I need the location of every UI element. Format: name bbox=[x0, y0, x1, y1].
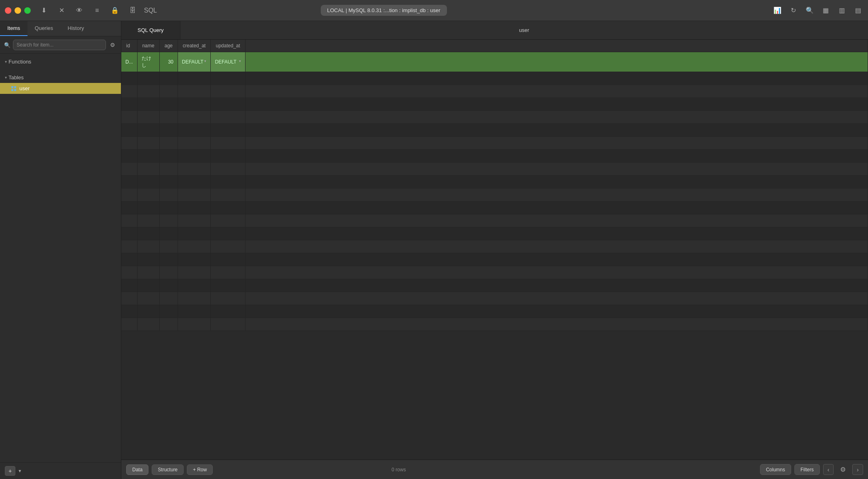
columns-button[interactable]: Columns bbox=[760, 464, 791, 475]
functions-section-header[interactable]: ▾ Functions bbox=[0, 56, 121, 67]
minimize-button[interactable] bbox=[15, 7, 21, 14]
refresh-icon[interactable]: ↻ bbox=[789, 6, 798, 15]
table-row bbox=[121, 189, 868, 201]
cell-extra bbox=[245, 52, 868, 72]
col-header-created-at: created_at bbox=[178, 40, 211, 52]
row-count: 0 rows bbox=[392, 467, 406, 473]
bottom-right-buttons: Columns Filters ‹ ⚙ › bbox=[760, 464, 863, 475]
tables-section-header[interactable]: ▾ Tables bbox=[0, 72, 121, 83]
tables-section: ▾ Tables user bbox=[0, 70, 121, 96]
next-page-button[interactable]: › bbox=[852, 464, 863, 475]
table-row bbox=[121, 292, 868, 305]
titlebar-right-icons: 📊 ↻ 🔍 ▦ ▥ ▤ bbox=[773, 6, 863, 15]
table-row bbox=[121, 111, 868, 124]
cell-age[interactable]: 30 bbox=[159, 52, 178, 72]
layout3-icon[interactable]: ▤ bbox=[853, 6, 863, 15]
add-item-button[interactable]: + bbox=[5, 466, 15, 476]
table-row bbox=[121, 163, 868, 176]
bookmark-icon[interactable]: ⬇ bbox=[39, 6, 49, 15]
main-layout: Items Queries History 🔍 ⚙ ▾ Functions bbox=[0, 21, 868, 479]
titlebar: ⬇ ✕ 👁 ≡ 🔒 🗄 SQL LOCAL | MySQL 8.0.31 :..… bbox=[0, 0, 868, 21]
dropdown-icon: ▾ bbox=[204, 59, 206, 63]
close-icon[interactable]: ✕ bbox=[57, 6, 66, 15]
chevron-down-icon: ▾ bbox=[5, 59, 7, 64]
col-header-id: id bbox=[121, 40, 137, 52]
tab-user-panel[interactable]: user bbox=[180, 21, 868, 39]
col-header-name: name bbox=[137, 40, 159, 52]
layout2-icon[interactable]: ▥ bbox=[837, 6, 847, 15]
traffic-lights bbox=[5, 7, 31, 14]
table-row bbox=[121, 72, 868, 85]
search-input[interactable] bbox=[13, 40, 106, 50]
maximize-button[interactable] bbox=[24, 7, 31, 14]
table-header-row: id name age created_at updated_at bbox=[121, 40, 868, 52]
structure-button[interactable]: Structure bbox=[152, 464, 184, 475]
tab-sql-query[interactable]: SQL Query bbox=[121, 21, 180, 39]
col-header-updated-at: updated_at bbox=[211, 40, 245, 52]
table-row bbox=[121, 137, 868, 150]
table-row bbox=[121, 279, 868, 292]
table-row bbox=[121, 240, 868, 253]
settings-button[interactable]: ⚙ bbox=[837, 464, 849, 475]
table-icon bbox=[11, 86, 16, 91]
functions-section: ▾ Functions bbox=[0, 54, 121, 70]
dropdown-icon: ▾ bbox=[239, 59, 241, 63]
tab-items[interactable]: Items bbox=[0, 21, 28, 36]
prev-page-button[interactable]: ‹ bbox=[823, 464, 834, 475]
table-row bbox=[121, 227, 868, 240]
content-area: SQL Query user id name bbox=[121, 21, 868, 479]
close-button[interactable] bbox=[5, 7, 11, 14]
chart-icon[interactable]: 📊 bbox=[773, 6, 782, 15]
data-button[interactable]: Data bbox=[126, 464, 148, 475]
table-row bbox=[121, 150, 868, 163]
table-row bbox=[121, 98, 868, 111]
search-icon[interactable]: 🔍 bbox=[805, 6, 815, 15]
chevron-down-icon: ▾ bbox=[5, 75, 7, 80]
table-row bbox=[121, 201, 868, 214]
table-row bbox=[121, 176, 868, 189]
table-row bbox=[121, 318, 868, 331]
eye-icon[interactable]: 👁 bbox=[74, 6, 84, 15]
sidebar-tabs: Items Queries History bbox=[0, 21, 121, 36]
col-header-age: age bbox=[159, 40, 178, 52]
table-row bbox=[121, 266, 868, 279]
database-icon[interactable]: 🗄 bbox=[128, 6, 138, 15]
search-icon: 🔍 bbox=[4, 42, 11, 48]
table-row[interactable]: D... たけし 30 DEFAULT ▾ DEFA bbox=[121, 52, 868, 72]
add-row-button[interactable]: + Row bbox=[187, 464, 213, 475]
data-table: id name age created_at updated_at bbox=[121, 40, 868, 331]
lock-icon[interactable]: 🔒 bbox=[110, 6, 120, 15]
sidebar-item-user[interactable]: user bbox=[0, 83, 121, 94]
chevron-down-icon[interactable]: ▾ bbox=[19, 468, 21, 474]
col-header-extra bbox=[245, 40, 868, 52]
list-icon[interactable]: ≡ bbox=[92, 6, 102, 15]
filter-icon[interactable]: ⚙ bbox=[108, 40, 117, 50]
cell-created-at[interactable]: DEFAULT ▾ bbox=[178, 52, 211, 72]
titlebar-left-icons: ⬇ ✕ 👁 ≡ 🔒 🗄 SQL bbox=[39, 6, 155, 15]
connection-info: LOCAL | MySQL 8.0.31 :...tion : implist_… bbox=[321, 5, 447, 16]
cell-updated-at[interactable]: DEFAULT ▾ bbox=[211, 52, 245, 72]
table-row bbox=[121, 305, 868, 318]
table-row bbox=[121, 85, 868, 98]
sidebar: Items Queries History 🔍 ⚙ ▾ Functions bbox=[0, 21, 121, 479]
content-tabs: SQL Query user bbox=[121, 21, 868, 40]
sidebar-search-bar: 🔍 ⚙ bbox=[0, 36, 121, 54]
filters-button[interactable]: Filters bbox=[794, 464, 820, 475]
table-row bbox=[121, 124, 868, 137]
cell-name[interactable]: たけし bbox=[137, 52, 159, 72]
layout1-icon[interactable]: ▦ bbox=[821, 6, 831, 15]
cell-id[interactable]: D... bbox=[121, 52, 137, 72]
table-row bbox=[121, 253, 868, 266]
sql-label[interactable]: SQL bbox=[146, 6, 155, 15]
table-row bbox=[121, 214, 868, 227]
data-table-container: id name age created_at updated_at bbox=[121, 40, 868, 460]
tab-queries[interactable]: Queries bbox=[28, 21, 61, 36]
bottom-bar: Data Structure + Row 0 rows Columns Filt… bbox=[121, 460, 868, 479]
sidebar-bottom: + ▾ bbox=[0, 462, 121, 479]
tab-history[interactable]: History bbox=[60, 21, 91, 36]
